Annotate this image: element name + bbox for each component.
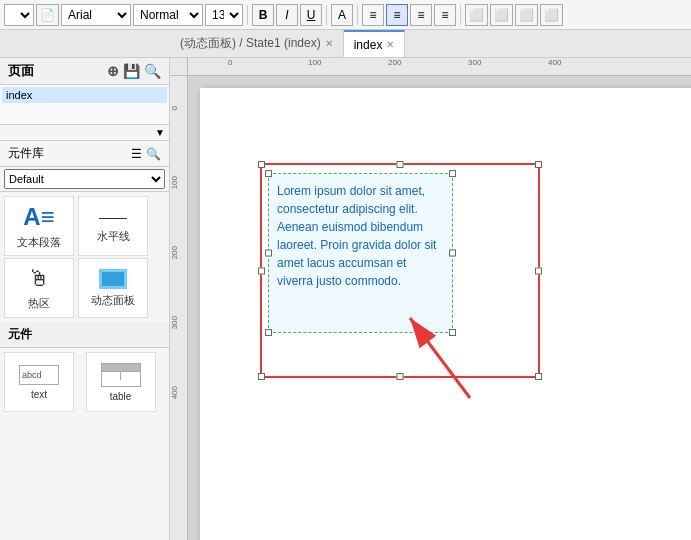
bottom-component-grid: abcd text table	[0, 348, 169, 416]
library-dropdown-row: Default	[0, 167, 169, 192]
separator-4	[460, 5, 461, 25]
ruler-v-tick-300: 300	[170, 316, 179, 329]
component-library-search-icon[interactable]: 🔍	[146, 147, 161, 161]
dynamic-panel-icon	[99, 269, 127, 289]
ruler-vertical: 0 100 200 300 400	[170, 76, 188, 540]
toolbar-extra-btn1[interactable]: ⬜	[465, 4, 488, 26]
toolbar-align-right-btn[interactable]: ≡	[410, 4, 432, 26]
handle-bm[interactable]	[397, 373, 404, 380]
text-handle-bl[interactable]	[265, 329, 272, 336]
library-dropdown[interactable]: Default	[4, 169, 165, 189]
page-list: index	[0, 85, 169, 125]
ruler-horizontal: 0 100 200 300 400	[188, 58, 691, 76]
left-panel: 页面 ⊕ 💾 🔍 index ▼ 元件库 ☰ 🔍	[0, 58, 170, 540]
separator-1	[247, 5, 248, 25]
tab-index-close[interactable]: ✕	[386, 39, 394, 50]
toolbar-align-left-btn[interactable]: ≡	[362, 4, 384, 26]
bottom-section-label: 元件	[0, 322, 169, 348]
ruler-corner	[170, 58, 188, 76]
pages-add-icon[interactable]: ⊕	[107, 63, 119, 79]
handle-ml[interactable]	[258, 267, 265, 274]
bottom-comp-2-icon	[101, 363, 141, 387]
handle-tl[interactable]	[258, 161, 265, 168]
toolbar-font-size[interactable]: 13	[205, 4, 243, 26]
handle-br[interactable]	[535, 373, 542, 380]
horizontal-line-label: 水平线	[97, 229, 130, 244]
canvas-page: Lorem ipsum dolor sit amet, consectetur …	[200, 88, 691, 540]
tab-dynamic-panel-close[interactable]: ✕	[325, 38, 333, 49]
text-handle-br[interactable]	[449, 329, 456, 336]
text-handle-tr[interactable]	[449, 170, 456, 177]
text-paragraph-icon: A≡	[23, 203, 54, 231]
handle-tm[interactable]	[397, 161, 404, 168]
text-paragraph-label: 文本段落	[17, 235, 61, 250]
ruler-v-tick-200: 200	[170, 246, 179, 259]
dropdown-arrow-icon[interactable]: ▼	[155, 127, 165, 138]
separator-3	[357, 5, 358, 25]
main-layout: 页面 ⊕ 💾 🔍 index ▼ 元件库 ☰ 🔍	[0, 58, 691, 540]
component-library-title: 元件库	[8, 145, 44, 162]
canvas-area[interactable]: 0 100 200 300 400 0 100 200 300 400	[170, 58, 691, 540]
tab-dynamic-panel[interactable]: (动态面板) / State1 (index) ✕	[170, 30, 344, 57]
toolbar-page-btn[interactable]: 📄	[36, 4, 59, 26]
bottom-comp-1[interactable]: abcd text	[4, 352, 74, 412]
toolbar-align-btn[interactable]: A	[331, 4, 353, 26]
component-library-icons: ☰ 🔍	[131, 147, 161, 161]
handle-bl[interactable]	[258, 373, 265, 380]
component-grid: A≡ 文本段落 —— 水平线 🖱 热区	[0, 192, 169, 322]
toolbar-extra-btn3[interactable]: ⬜	[515, 4, 538, 26]
toolbar-justify-btn[interactable]: ≡	[434, 4, 456, 26]
text-handle-ml[interactable]	[265, 250, 272, 257]
bottom-comp-2[interactable]: table	[86, 352, 156, 412]
tab-index[interactable]: index ✕	[344, 30, 406, 57]
handle-mr[interactable]	[535, 267, 542, 274]
component-hotspot[interactable]: 🖱 热区	[4, 258, 74, 318]
toolbar-underline-btn[interactable]: U	[300, 4, 322, 26]
dynamic-panel-label: 动态面板	[91, 293, 135, 308]
component-dynamic-panel[interactable]: 动态面板	[78, 258, 148, 318]
toolbar-dropdown1[interactable]	[4, 4, 34, 26]
ruler-v-tick-100: 100	[170, 176, 179, 189]
text-handle-mr[interactable]	[449, 250, 456, 257]
text-content: Lorem ipsum dolor sit amet, consectetur …	[269, 174, 452, 298]
ruler-h-tick-300: 300	[468, 58, 481, 67]
ruler-v-tick-0: 0	[170, 106, 179, 110]
pages-title: 页面	[8, 62, 34, 80]
page-list-item[interactable]: index	[2, 87, 167, 103]
tab-dynamic-panel-label: (动态面板) / State1 (index)	[180, 35, 321, 52]
horizontal-line-icon: ——	[99, 209, 127, 225]
ruler-h-tick-400: 400	[548, 58, 561, 67]
pages-icons: ⊕ 💾 🔍	[107, 63, 161, 79]
toolbar-bold-btn[interactable]: B	[252, 4, 274, 26]
bottom-comp-1-icon: abcd	[19, 365, 59, 385]
tab-index-label: index	[354, 38, 383, 52]
tab-bar: (动态面板) / State1 (index) ✕ index ✕	[0, 30, 691, 58]
ruler-h-tick-0: 0	[228, 58, 232, 67]
dropdown-row: ▼	[0, 125, 169, 141]
toolbar-font-style[interactable]: Normal	[133, 4, 203, 26]
component-library-menu-icon[interactable]: ☰	[131, 147, 142, 161]
toolbar-align-center-btn[interactable]: ≡	[386, 4, 408, 26]
hotspot-icon: 🖱	[28, 266, 50, 292]
component-horizontal-line[interactable]: —— 水平线	[78, 196, 148, 256]
hotspot-label: 热区	[28, 296, 50, 311]
toolbar-extra-btn4[interactable]: ⬜	[540, 4, 563, 26]
pages-search-icon[interactable]: 🔍	[144, 63, 161, 79]
bottom-comp-2-label: table	[110, 391, 132, 402]
pages-header: 页面 ⊕ 💾 🔍	[0, 58, 169, 85]
component-library-header: 元件库 ☰ 🔍	[0, 141, 169, 167]
handle-tr[interactable]	[535, 161, 542, 168]
toolbar-italic-btn[interactable]: I	[276, 4, 298, 26]
ruler-v-tick-400: 400	[170, 386, 179, 399]
text-element[interactable]: Lorem ipsum dolor sit amet, consectetur …	[268, 173, 453, 333]
component-row-2: 🖱 热区 动态面板	[4, 258, 165, 318]
component-text-paragraph[interactable]: A≡ 文本段落	[4, 196, 74, 256]
toolbar-extra-btn2[interactable]: ⬜	[490, 4, 513, 26]
separator-2	[326, 5, 327, 25]
ruler-h-tick-100: 100	[308, 58, 321, 67]
toolbar: 📄 Arial Normal 13 B I U A ≡ ≡ ≡ ≡ ⬜ ⬜ ⬜ …	[0, 0, 691, 30]
text-handle-tl[interactable]	[265, 170, 272, 177]
pages-save-icon[interactable]: 💾	[123, 63, 140, 79]
bottom-comp-1-label: text	[31, 389, 47, 400]
toolbar-font-family[interactable]: Arial	[61, 4, 131, 26]
